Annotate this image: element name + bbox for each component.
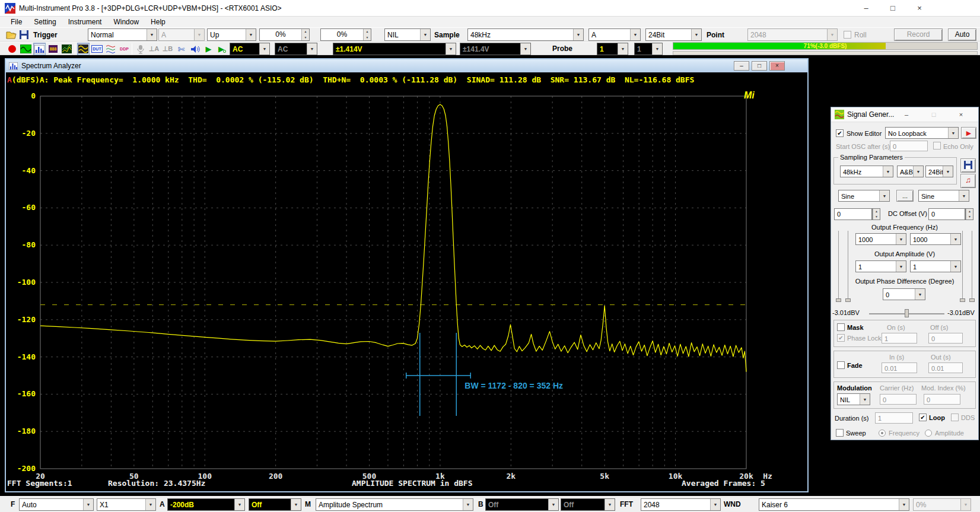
range-b-display-dropdown: Off▼: [485, 498, 559, 511]
frequency-b-dropdown[interactable]: 1000▼: [910, 233, 961, 245]
balance-slider-handle[interactable]: [905, 309, 909, 317]
play-loop-button[interactable]: ▶: [216, 43, 228, 55]
app-maximize-button[interactable]: □: [884, 2, 902, 14]
fft-size-dropdown[interactable]: 2048▼: [641, 498, 721, 511]
multimeter-button[interactable]: 888: [47, 43, 59, 55]
save-button[interactable]: [18, 28, 30, 41]
spectrum-restore-button[interactable]: □: [752, 61, 767, 71]
menu-window[interactable]: Window: [107, 18, 145, 26]
siggen-minimize-button[interactable]: –: [899, 110, 914, 120]
sample-bits-dropdown[interactable]: 24Bit▼: [645, 28, 702, 41]
generator-channels-dropdown[interactable]: A&B▼: [897, 166, 924, 177]
zero-a-icon: ⊥A: [149, 45, 160, 53]
device-test-plan-button[interactable]: DUT: [91, 43, 103, 55]
menu-instrument[interactable]: Instrument: [62, 18, 108, 26]
range-a-display-dropdown[interactable]: -200dB▼: [167, 498, 245, 511]
fade-checkbox[interactable]: [837, 361, 845, 369]
chevron-down-icon: ▼: [520, 43, 530, 55]
auto-button[interactable]: Auto: [948, 28, 976, 41]
generator-rate-dropdown[interactable]: 48kHz▼: [840, 166, 893, 177]
level-slider-a2[interactable]: [848, 231, 848, 302]
dc-offset-a-spinner[interactable]: ▲▼: [872, 208, 880, 220]
generator-bits-dropdown[interactable]: 24Bit▼: [925, 166, 953, 177]
slider-handle[interactable]: [960, 298, 965, 302]
trigger-edge-dropdown[interactable]: Up▼: [207, 28, 256, 41]
music-note-button[interactable]: ♫: [960, 174, 976, 188]
spinner-buttons[interactable]: ▲▼: [301, 29, 309, 40]
amplitude-b-dropdown[interactable]: 1▼: [910, 260, 961, 272]
play-button[interactable]: ▶: [202, 43, 215, 55]
loopback-dropdown[interactable]: No Loopback▼: [885, 127, 959, 139]
more-waveform-button[interactable]: ...: [896, 190, 914, 202]
coupling-a-dropdown[interactable]: AC▼: [230, 43, 270, 55]
speaker-icon: [190, 45, 200, 53]
open-file-button[interactable]: [5, 28, 17, 41]
output-amplitude-label: Output Amplitude (V): [831, 250, 978, 257]
plot-area[interactable]: 0-20-40-60-80-100-120-140-160-180-200205…: [6, 87, 807, 491]
trigger-delay-spinner[interactable]: 0% ▲▼: [320, 28, 371, 41]
spectrum-3d-button[interactable]: [61, 43, 73, 55]
spectrum-close-button[interactable]: ×: [769, 61, 785, 71]
waveform-a-dropdown[interactable]: Sine▼: [838, 190, 890, 202]
probe-a-dropdown[interactable]: 1▼: [597, 43, 628, 55]
level-slider-b2[interactable]: [972, 231, 972, 302]
slider-handle[interactable]: [836, 298, 841, 302]
slider-handle[interactable]: [969, 298, 975, 302]
menu-setting[interactable]: Setting: [28, 18, 62, 26]
dc-offset-a-input[interactable]: 0: [834, 208, 872, 220]
sweep-checkbox[interactable]: [836, 429, 844, 437]
window-function-dropdown[interactable]: Kaiser 6▼: [759, 498, 909, 511]
spectrum-analyzer-button[interactable]: [33, 43, 46, 55]
spin-up-icon: ▲: [301, 29, 309, 35]
save-signal-button[interactable]: [960, 158, 976, 173]
trigger-mode-dropdown[interactable]: Normal▼: [88, 28, 157, 41]
app-minimize-button[interactable]: –: [857, 2, 875, 14]
spectrum-window-titlebar[interactable]: Spectrum Analyzer – □ ×: [6, 59, 807, 72]
siggen-close-button[interactable]: ×: [953, 110, 969, 120]
signal-generator-button[interactable]: [77, 43, 90, 55]
trigger-nil-dropdown[interactable]: NIL▼: [384, 28, 431, 41]
sound-output-button[interactable]: [189, 43, 201, 55]
chevron-down-icon: ▼: [446, 43, 456, 55]
sample-rate-dropdown[interactable]: 48kHz▼: [467, 28, 584, 41]
spectrum-minimize-button[interactable]: –: [734, 61, 749, 71]
phase-dropdown[interactable]: 0▼: [883, 288, 925, 300]
slider-handle[interactable]: [845, 298, 851, 302]
trigger-level-spinner[interactable]: 0% ▲▼: [259, 28, 310, 41]
ddp-viewer-button[interactable]: DDP: [118, 43, 131, 55]
run-stop-button[interactable]: [6, 43, 18, 55]
probe-calibration-button[interactable]: ✄: [175, 43, 187, 55]
menu-help[interactable]: Help: [145, 18, 171, 26]
zoom-dropdown[interactable]: X1▼: [97, 498, 156, 511]
spin-up-icon: ▲: [873, 209, 880, 214]
chevron-down-icon: ▼: [899, 499, 909, 510]
derived-data-button[interactable]: [104, 43, 117, 55]
app-close-button[interactable]: ×: [911, 2, 928, 14]
frequency-range-dropdown[interactable]: Auto▼: [19, 498, 94, 511]
waveform-b-dropdown[interactable]: Sine▼: [918, 190, 969, 202]
amplitude-a-dropdown[interactable]: 1▼: [855, 260, 906, 272]
spectrum-chart[interactable]: 0-20-40-60-80-100-120-140-160-180-200205…: [6, 87, 807, 491]
dc-offset-b-input[interactable]: 0: [928, 208, 965, 220]
display-mode-dropdown[interactable]: Amplitude Spectrum▼: [316, 498, 473, 511]
loop-checkbox[interactable]: ✔: [919, 414, 927, 421]
oscilloscope-button[interactable]: [20, 43, 32, 55]
mask-checkbox[interactable]: [837, 323, 845, 331]
sample-channel-dropdown[interactable]: A▼: [588, 28, 641, 41]
level-slider-a1[interactable]: [838, 231, 839, 302]
fft-segments-readout: FFT Segments:1: [7, 479, 72, 488]
spinner-buttons[interactable]: ▲▼: [363, 29, 371, 40]
persistence-a-dropdown[interactable]: Off▼: [249, 498, 301, 511]
dds-label: DDS: [961, 414, 975, 421]
show-editor-checkbox[interactable]: ✔: [836, 129, 844, 137]
menu-file[interactable]: File: [5, 18, 28, 26]
level-slider-b1[interactable]: [962, 231, 963, 302]
dc-offset-b-spinner[interactable]: ▲▼: [965, 208, 973, 220]
modulation-dropdown[interactable]: NIL▼: [837, 393, 870, 405]
calibration-button[interactable]: [134, 43, 147, 55]
frequency-a-dropdown[interactable]: 1000▼: [855, 233, 906, 245]
minimize-icon: –: [905, 111, 908, 118]
range-a-dropdown[interactable]: ±1.414V▼: [333, 43, 456, 55]
run-generator-button[interactable]: ▶: [961, 127, 976, 139]
signal-generator-titlebar[interactable]: Signal Gener... – □ ×: [831, 107, 978, 122]
